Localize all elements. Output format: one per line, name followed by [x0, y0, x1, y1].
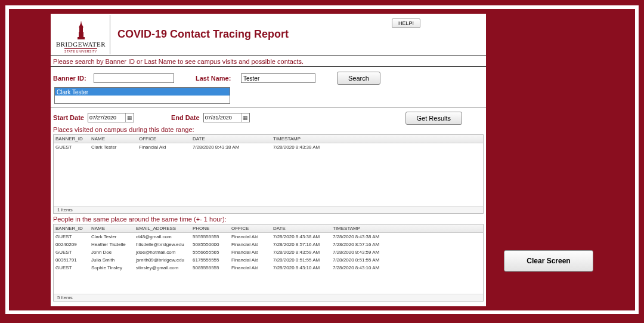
end-date-input[interactable] [204, 114, 241, 121]
end-date-label: End Date [171, 114, 200, 121]
col-header: EMAIL_ADDRESS [134, 224, 191, 232]
cell: 7/28/2020 8:43:59 AM [271, 248, 331, 256]
search-result-item[interactable]: Clark Tester [55, 88, 230, 96]
places-grid-body[interactable]: GUESTClark TesterFinancial Aid7/28/2020 … [54, 143, 483, 206]
col-header: TIMESTAMP [271, 135, 352, 143]
help-button[interactable]: HELP! [392, 19, 420, 28]
cell: Heather Tisdelle [89, 241, 134, 248]
cell: 5556655565 [191, 248, 230, 256]
end-date-field[interactable]: ▦ [203, 113, 250, 122]
start-date-label: Start Date [53, 114, 84, 121]
col-header: TIMESTAMP [331, 224, 391, 232]
cell: htisdelle@bridgew.edu [134, 241, 191, 248]
svg-rect-1 [78, 37, 85, 39]
col-header: BANNER_ID [54, 135, 89, 143]
logo-text-sub: STATE UNIVERSITY [64, 48, 97, 53]
cell: GUEST [54, 233, 89, 241]
places-grid: BANNER_ID NAME OFFICE DATE TIMESTAMP GUE… [53, 134, 484, 214]
col-header: DATE [271, 224, 331, 232]
col-header: BANNER_ID [54, 224, 89, 232]
cell: Sophie Tinsley [89, 264, 134, 272]
cell: Financial Aid [230, 264, 271, 272]
table-row[interactable]: GUESTClark TesterFinancial Aid7/28/2020 … [54, 143, 483, 151]
col-header: OFFICE [137, 135, 191, 143]
cell: Financial Aid [230, 241, 271, 248]
people-section-title: People in the same place around the same… [51, 214, 486, 224]
start-date-input[interactable] [88, 114, 125, 121]
cell: 7/28/2020 8:43:59 AM [331, 248, 391, 256]
table-row[interactable]: GUESTJohn Doejdoe@hotmail.com5556655565F… [54, 248, 483, 256]
people-grid-body[interactable]: GUESTClark Testerct48@gmail.com555555555… [54, 233, 483, 294]
cell: GUEST [54, 264, 89, 272]
banner-id-label: Banner ID: [53, 75, 90, 82]
banner-id-input[interactable] [94, 73, 174, 83]
cell: 7/28/2020 8:51:55 AM [331, 256, 391, 264]
places-grid-header: BANNER_ID NAME OFFICE DATE TIMESTAMP [54, 135, 483, 143]
cell: 5555555555 [191, 233, 230, 241]
logo: BRIDGEWATER STATE UNIVERSITY [52, 15, 110, 54]
col-header: DATE [191, 135, 271, 143]
logo-text-main: BRIDGEWATER [56, 41, 106, 48]
cell: 6175555555 [191, 256, 230, 264]
people-grid-header: BANNER_ID NAME EMAIL_ADDRESS PHONE OFFIC… [54, 224, 483, 233]
cell: GUEST [54, 143, 89, 151]
page-title: COVID-19 Contact Tracing Report [117, 28, 289, 41]
search-button[interactable]: Search [337, 72, 380, 85]
cell: 5085550000 [191, 241, 230, 248]
search-row: Banner ID: Last Name: Search [53, 72, 484, 85]
cell: jdoe@hotmail.com [134, 248, 191, 256]
col-header: NAME [89, 224, 134, 232]
svg-rect-3 [79, 27, 83, 32]
cell: Clark Tester [89, 233, 134, 241]
cell: 7/28/2020 8:57:16 AM [331, 241, 391, 248]
get-results-button[interactable]: Get Results [405, 112, 462, 125]
calendar-icon[interactable]: ▦ [241, 113, 249, 122]
cell: 7/28/2020 8:51:55 AM [271, 256, 331, 264]
date-block: Start Date ▦ End Date ▦ Get Results [51, 108, 486, 125]
table-row[interactable]: 00240209Heather Tisdellehtisdelle@bridge… [54, 241, 483, 248]
cell: ct48@gmail.com [134, 233, 191, 241]
col-header: NAME [89, 135, 137, 143]
cell: 7/28/2020 8:43:38 AM [331, 233, 391, 241]
cell: John Doe [89, 248, 134, 256]
table-row[interactable]: GUESTSophie Tinsleystinsley@gmail.com508… [54, 264, 483, 272]
places-section-title: Places visited on campus during this dat… [51, 125, 486, 134]
cell: 5085555555 [191, 264, 230, 272]
app-panel: BRIDGEWATER STATE UNIVERSITY COVID-19 Co… [51, 14, 486, 306]
cell: Financial Aid [230, 256, 271, 264]
last-name-input[interactable] [241, 73, 315, 83]
table-row[interactable]: GUESTClark Testerct48@gmail.com555555555… [54, 233, 483, 241]
cell: Julia Smith [89, 256, 134, 264]
cell: 00240209 [54, 241, 89, 248]
maroon-background: BRIDGEWATER STATE UNIVERSITY COVID-19 Co… [9, 9, 635, 310]
clear-screen-button[interactable]: Clear Screen [504, 250, 593, 272]
calendar-icon[interactable]: ▦ [125, 113, 134, 122]
instructions-text: Please search by Banner ID or Last Name … [51, 56, 486, 67]
start-date-field[interactable]: ▦ [88, 113, 134, 122]
cell: 7/28/2020 8:43:38 AM [271, 233, 331, 241]
cell: Clark Tester [89, 143, 137, 151]
people-grid: BANNER_ID NAME EMAIL_ADDRESS PHONE OFFIC… [53, 224, 484, 302]
cell: stinsley@gmail.com [134, 264, 191, 272]
tower-icon [75, 21, 88, 39]
col-header: OFFICE [230, 224, 271, 232]
table-row[interactable]: 00351791Julia Smithjsmith09@bridgew.edu6… [54, 256, 483, 264]
people-footer: 5 items [54, 294, 483, 301]
col-header: PHONE [191, 224, 230, 232]
cell: 7/28/2020 8:57:16 AM [271, 241, 331, 248]
cell: 00351791 [54, 256, 89, 264]
header: BRIDGEWATER STATE UNIVERSITY COVID-19 Co… [51, 14, 486, 56]
places-footer: 1 items [54, 206, 483, 213]
cell: 7/28/2020 8:43:38 AM [191, 143, 271, 151]
search-block: Banner ID: Last Name: Search Clark Teste… [51, 69, 486, 108]
last-name-label: Last Name: [196, 75, 237, 82]
cell: jsmith09@bridgew.edu [134, 256, 191, 264]
cell: GUEST [54, 248, 89, 256]
cell: Financial Aid [230, 233, 271, 241]
cell: 7/28/2020 8:43:38 AM [271, 143, 352, 151]
outer-frame: BRIDGEWATER STATE UNIVERSITY COVID-19 Co… [4, 4, 640, 316]
cell: Financial Aid [137, 143, 191, 151]
cell: 7/28/2020 8:43:10 AM [331, 264, 391, 272]
cell: Financial Aid [230, 248, 271, 256]
search-results-list[interactable]: Clark Tester [54, 87, 230, 104]
